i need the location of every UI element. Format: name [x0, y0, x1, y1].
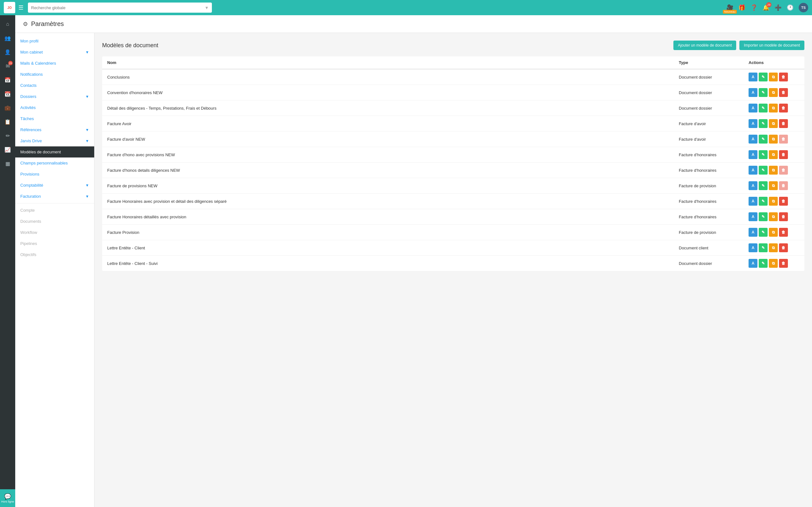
- app-brand[interactable]: JO: [4, 2, 15, 13]
- doc-btn-a-1[interactable]: A: [749, 88, 757, 97]
- doc-btn-edit-7[interactable]: ✎: [759, 181, 768, 190]
- sidebar-home[interactable]: ⌂: [1, 18, 14, 31]
- doc-btn-delete-3[interactable]: 🗑: [779, 119, 788, 128]
- doc-btn-edit-5[interactable]: ✎: [759, 150, 768, 159]
- user-avatar[interactable]: TS: [799, 3, 808, 12]
- doc-btn-edit-10[interactable]: ✎: [759, 228, 768, 237]
- sidebar-calendar[interactable]: 📅: [1, 73, 14, 86]
- doc-btn-delete-10[interactable]: 🗑: [779, 228, 788, 237]
- doc-btn-a-2[interactable]: A: [749, 104, 757, 112]
- nav-champs-personnalisables[interactable]: Champs personnalisables: [15, 158, 94, 169]
- nav-jarvis-drive[interactable]: Jarvis Drive ▼: [15, 135, 94, 147]
- doc-btn-a-6[interactable]: A: [749, 166, 757, 175]
- doc-btn-a-8[interactable]: A: [749, 197, 757, 206]
- table-row: Facture Honoraires avec provision et dét…: [102, 193, 804, 209]
- doc-btn-copy-1[interactable]: ⧉: [769, 88, 778, 97]
- doc-btn-copy-0[interactable]: ⧉: [769, 72, 778, 81]
- doc-btn-edit-3[interactable]: ✎: [759, 119, 768, 128]
- doc-btn-copy-10[interactable]: ⧉: [769, 228, 778, 237]
- doc-btn-a-3[interactable]: A: [749, 119, 757, 128]
- nav-mails-calendriers[interactable]: Mails & Calendriers: [15, 58, 94, 69]
- doc-btn-delete-5[interactable]: 🗑: [779, 150, 788, 159]
- doc-name: Convention d'honoraires NEW: [107, 90, 679, 95]
- doc-btn-edit-9[interactable]: ✎: [759, 212, 768, 221]
- sidebar-person[interactable]: 👤: [1, 46, 14, 58]
- nav-notifications[interactable]: Notifications: [15, 69, 94, 80]
- doc-btn-a-7[interactable]: A: [749, 181, 757, 190]
- notifications-icon[interactable]: 🔔 29: [763, 4, 769, 11]
- doc-btn-a-10[interactable]: A: [749, 228, 757, 237]
- sidebar-briefcase[interactable]: 💼: [1, 101, 14, 114]
- doc-btn-a-0[interactable]: A: [749, 72, 757, 81]
- add-document-button[interactable]: Ajouter un modèle de document: [673, 41, 736, 50]
- add-icon[interactable]: ➕: [774, 4, 781, 11]
- nav-contacts[interactable]: Contacts: [15, 80, 94, 91]
- nav-comptabilite[interactable]: Comptabilité ▼: [15, 180, 94, 191]
- doc-btn-copy-12[interactable]: ⧉: [769, 259, 778, 268]
- doc-btn-copy-8[interactable]: ⧉: [769, 197, 778, 206]
- nav-activites[interactable]: Activités: [15, 102, 94, 113]
- doc-btn-delete-11[interactable]: 🗑: [779, 243, 788, 252]
- doc-btn-delete-12[interactable]: 🗑: [779, 259, 788, 268]
- hamburger-menu[interactable]: ☰: [18, 4, 23, 11]
- doc-btn-copy-9[interactable]: ⧉: [769, 212, 778, 221]
- doc-name: Facture de provisions NEW: [107, 183, 679, 188]
- sidebar-edit[interactable]: ✏: [1, 129, 14, 142]
- doc-btn-delete-2[interactable]: 🗑: [779, 104, 788, 112]
- doc-btn-copy-5[interactable]: ⧉: [769, 150, 778, 159]
- panel-actions: Ajouter un modèle de document Importer u…: [673, 41, 804, 50]
- action-buttons: A ✎ ⧉ 🗑: [749, 150, 799, 159]
- doc-btn-copy-4[interactable]: ⧉: [769, 135, 778, 144]
- nav-references[interactable]: Références ▼: [15, 124, 94, 135]
- nav-taches[interactable]: Tâches: [15, 113, 94, 124]
- chat-button[interactable]: 💬 Hors ligne: [0, 489, 15, 507]
- video-button[interactable]: 🎥 Nouveau: [726, 4, 733, 11]
- doc-btn-delete-9[interactable]: 🗑: [779, 212, 788, 221]
- table-body: Conclusions Document dossier A ✎ ⧉ 🗑 Con…: [102, 69, 804, 271]
- doc-btn-a-9[interactable]: A: [749, 212, 757, 221]
- doc-name: Facture Honoraires détaillés avec provis…: [107, 215, 679, 219]
- nav-mon-profil[interactable]: Mon profil: [15, 36, 94, 47]
- chevron-dossiers: ▼: [85, 95, 89, 99]
- doc-btn-edit-8[interactable]: ✎: [759, 197, 768, 206]
- doc-btn-copy-2[interactable]: ⧉: [769, 104, 778, 112]
- doc-btn-delete-8[interactable]: 🗑: [779, 197, 788, 206]
- doc-btn-a-4[interactable]: A: [749, 135, 757, 144]
- nav-mon-cabinet[interactable]: Mon cabinet ▼: [15, 47, 94, 58]
- help-icon[interactable]: ❓: [751, 4, 757, 11]
- sidebar-event[interactable]: 📆: [1, 88, 14, 100]
- nav-provisions[interactable]: Provisions: [15, 169, 94, 180]
- nav-dossiers[interactable]: Dossiers ▼: [15, 91, 94, 102]
- doc-type: Facture d'honoraires: [679, 199, 749, 204]
- sidebar-chart[interactable]: 📋: [1, 115, 14, 128]
- doc-btn-copy-11[interactable]: ⧉: [769, 243, 778, 252]
- nav-facturation[interactable]: Facturation ▼: [15, 191, 94, 202]
- doc-type: Document dossier: [679, 106, 749, 111]
- doc-btn-copy-3[interactable]: ⧉: [769, 119, 778, 128]
- clock-icon[interactable]: 🕐: [786, 4, 794, 11]
- search-dropdown-icon[interactable]: ▼: [205, 5, 209, 10]
- sidebar-users[interactable]: 👥: [1, 32, 14, 44]
- sidebar-table[interactable]: ▦: [1, 157, 14, 170]
- doc-btn-a-11[interactable]: A: [749, 243, 757, 252]
- doc-btn-edit-12[interactable]: ✎: [759, 259, 768, 268]
- doc-btn-edit-0[interactable]: ✎: [759, 72, 768, 81]
- table-row: Conclusions Document dossier A ✎ ⧉ 🗑: [102, 69, 804, 85]
- sidebar-mail[interactable]: ✉ 29: [1, 60, 14, 72]
- gift-icon[interactable]: 🎁: [739, 4, 745, 11]
- doc-btn-edit-2[interactable]: ✎: [759, 104, 768, 112]
- doc-btn-edit-11[interactable]: ✎: [759, 243, 768, 252]
- doc-btn-a-5[interactable]: A: [749, 150, 757, 159]
- import-document-button[interactable]: Importer un modèle de document: [740, 41, 804, 50]
- doc-btn-edit-4[interactable]: ✎: [759, 135, 768, 144]
- doc-btn-edit-1[interactable]: ✎: [759, 88, 768, 97]
- doc-btn-delete-1[interactable]: 🗑: [779, 88, 788, 97]
- doc-btn-copy-7[interactable]: ⧉: [769, 181, 778, 190]
- doc-btn-delete-0[interactable]: 🗑: [779, 72, 788, 81]
- doc-btn-a-12[interactable]: A: [749, 259, 757, 268]
- search-input[interactable]: [31, 5, 205, 10]
- doc-btn-edit-6[interactable]: ✎: [759, 166, 768, 175]
- nav-modeles-document[interactable]: Modèles de document: [15, 147, 94, 158]
- doc-btn-copy-6[interactable]: ⧉: [769, 166, 778, 175]
- sidebar-graph[interactable]: 📈: [1, 143, 14, 156]
